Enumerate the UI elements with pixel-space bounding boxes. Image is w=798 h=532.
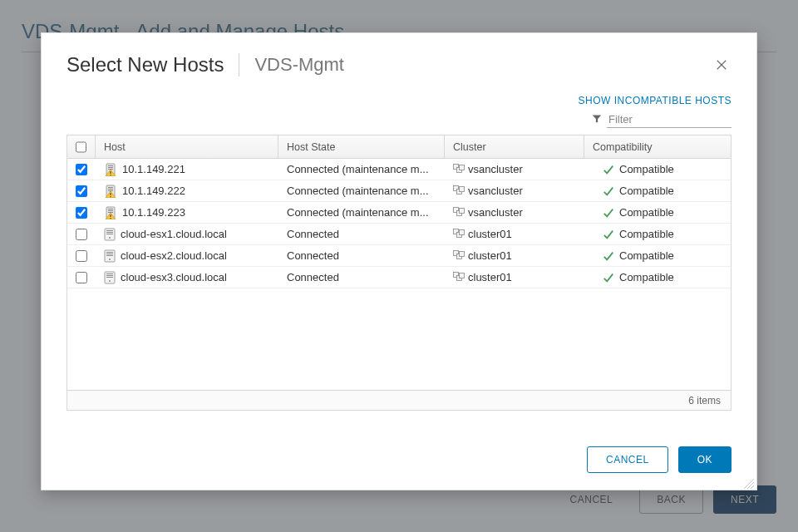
cluster-cell: cluster01: [445, 249, 584, 262]
compat-text: Compatible: [619, 185, 674, 197]
svg-rect-41: [106, 252, 113, 253]
svg-rect-35: [106, 234, 113, 234]
svg-rect-8: [110, 175, 111, 175]
cluster-name: vsancluster: [468, 206, 523, 219]
state-cell: Connected: [278, 271, 445, 283]
modal-header: Select New Hosts VDS-Mgmt: [42, 33, 756, 86]
modal-subtitle: VDS-Mgmt: [254, 54, 344, 76]
svg-rect-3: [108, 165, 113, 166]
compat-cell: Compatible: [584, 249, 731, 262]
host-name: cloud-esx3.cloud.local: [121, 271, 227, 283]
select-hosts-modal: Select New Hosts VDS-Mgmt SHOW INCOMPATI…: [41, 32, 757, 490]
row-checkbox[interactable]: [76, 185, 87, 197]
svg-rect-55: [460, 273, 465, 278]
check-icon: [603, 164, 614, 175]
host-icon: [104, 228, 116, 241]
compat-cell: Compatible: [584, 271, 731, 283]
cluster-name: cluster01: [468, 228, 512, 240]
host-cell: 10.1.149.223: [96, 206, 278, 219]
row-checkbox-cell[interactable]: [67, 185, 96, 197]
host-maintenance-icon: [104, 206, 117, 219]
table-row[interactable]: 10.1.149.222Connected (maintenance m... …: [67, 180, 731, 202]
check-icon: [603, 229, 614, 240]
cluster-cell: vsancluster: [445, 163, 584, 175]
cluster-icon: [453, 185, 465, 197]
host-name: cloud-esx2.cloud.local: [121, 249, 227, 262]
close-icon[interactable]: [712, 55, 732, 75]
compat-text: Compatible: [619, 163, 674, 175]
cluster-cell: cluster01: [445, 228, 584, 240]
show-incompatible-hosts-link[interactable]: SHOW INCOMPATIBLE HOSTS: [579, 95, 732, 106]
cluster-icon: [453, 229, 465, 240]
svg-rect-11: [460, 165, 465, 170]
svg-rect-14: [108, 189, 113, 190]
svg-rect-24: [108, 210, 113, 211]
table-row[interactable]: cloud-esx1.cloud.localConnected cluster0…: [67, 224, 731, 245]
row-checkbox-cell[interactable]: [67, 272, 96, 283]
compat-cell: Compatible: [584, 206, 731, 219]
resize-handle-icon[interactable]: [744, 477, 754, 487]
svg-rect-34: [106, 232, 113, 233]
host-name: 10.1.149.223: [122, 206, 185, 219]
check-icon: [603, 207, 614, 219]
select-all-checkbox[interactable]: [76, 141, 86, 153]
state-cell: Connected (maintenance m...: [278, 163, 445, 175]
table-row[interactable]: 10.1.149.221Connected (maintenance m... …: [67, 159, 731, 180]
host-state: Connected (maintenance m...: [287, 206, 429, 219]
host-cell: cloud-esx1.cloud.local: [96, 228, 278, 241]
svg-rect-7: [110, 171, 111, 174]
svg-rect-39: [460, 229, 465, 234]
table-row[interactable]: cloud-esx2.cloud.localConnected cluster0…: [67, 245, 731, 267]
cluster-icon: [453, 164, 465, 175]
row-checkbox-cell[interactable]: [67, 250, 96, 262]
row-checkbox[interactable]: [76, 229, 87, 240]
cluster-icon: [453, 250, 465, 262]
cluster-cell: vsancluster: [445, 185, 584, 197]
row-checkbox[interactable]: [76, 207, 87, 219]
filter-input[interactable]: [607, 111, 732, 128]
column-header-compat[interactable]: Compatibility: [584, 135, 731, 158]
state-cell: Connected (maintenance m...: [278, 185, 445, 197]
table-row[interactable]: 10.1.149.223Connected (maintenance m... …: [67, 202, 731, 224]
filter-icon: [592, 112, 602, 127]
svg-rect-31: [460, 208, 465, 213]
row-checkbox-cell[interactable]: [67, 164, 96, 175]
svg-rect-43: [106, 255, 113, 256]
svg-rect-51: [106, 277, 113, 278]
row-checkbox[interactable]: [76, 272, 87, 283]
grid-item-count: 6 items: [688, 395, 721, 406]
svg-rect-4: [108, 167, 113, 168]
svg-rect-42: [106, 254, 113, 254]
column-header-cluster[interactable]: Cluster: [445, 135, 584, 158]
table-row[interactable]: cloud-esx3.cloud.localConnected cluster0…: [67, 267, 731, 288]
svg-point-44: [109, 259, 111, 260]
host-cell: 10.1.149.221: [96, 163, 278, 176]
host-state: Connected: [287, 271, 339, 283]
grid-header: Host Host State Cluster Compatibility: [67, 135, 731, 159]
svg-rect-21: [460, 186, 465, 191]
title-separator: [239, 53, 239, 76]
host-state: Connected (maintenance m...: [287, 163, 429, 175]
host-icon: [104, 249, 116, 263]
row-checkbox-cell[interactable]: [67, 229, 96, 240]
header-checkbox-cell[interactable]: [67, 135, 96, 158]
column-header-host[interactable]: Host: [96, 135, 278, 158]
check-icon: [603, 250, 614, 262]
host-maintenance-icon: [104, 163, 117, 176]
check-icon: [603, 272, 614, 283]
cancel-button[interactable]: CANCEL: [587, 446, 668, 473]
column-header-state[interactable]: Host State: [278, 135, 445, 158]
compat-text: Compatible: [619, 228, 674, 240]
svg-rect-47: [460, 251, 465, 256]
svg-rect-49: [106, 273, 113, 274]
modal-toolbar: SHOW INCOMPATIBLE HOSTS: [42, 86, 756, 135]
host-cell: cloud-esx3.cloud.local: [96, 271, 278, 284]
filter-row: [592, 111, 732, 128]
ok-button[interactable]: OK: [678, 446, 732, 473]
row-checkbox-cell[interactable]: [67, 207, 96, 219]
cluster-name: vsancluster: [468, 185, 523, 197]
modal-footer: CANCEL OK: [42, 433, 756, 490]
row-checkbox[interactable]: [76, 250, 87, 262]
row-checkbox[interactable]: [76, 164, 87, 175]
svg-rect-27: [110, 214, 111, 217]
